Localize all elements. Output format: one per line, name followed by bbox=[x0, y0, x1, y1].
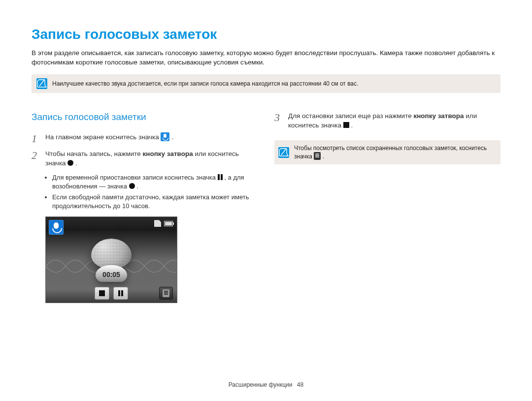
step-body: Чтобы начать запись, нажмите кнопку затв… bbox=[45, 150, 258, 168]
list-icon bbox=[163, 289, 169, 297]
stop-icon bbox=[343, 122, 349, 128]
note-info-icon bbox=[36, 78, 47, 89]
step-body: Для остановки записи еще раз нажмите кно… bbox=[288, 112, 500, 130]
record-icon bbox=[129, 183, 135, 189]
step-text: . bbox=[351, 122, 353, 129]
step-2: 2 Чтобы начать запись, нажмите кнопку за… bbox=[32, 150, 258, 168]
step-3: 3 Для остановки записи еще раз нажмите к… bbox=[274, 112, 500, 130]
page-footer: Расширенные функции 48 bbox=[0, 381, 532, 389]
page-title: Запись голосовых заметок bbox=[32, 25, 500, 44]
step-number: 3 bbox=[274, 112, 283, 130]
list-item: Для временной приостановки записи коснит… bbox=[52, 173, 258, 191]
document-page: Запись голосовых заметок В этом разделе … bbox=[0, 0, 532, 401]
footer-section: Расширенные функции bbox=[229, 381, 293, 388]
note-text: Наилучшее качество звука достигается, ес… bbox=[52, 80, 358, 88]
list-item: Если свободной памяти достаточно, каждая… bbox=[52, 193, 258, 211]
step-text: . bbox=[75, 159, 77, 167]
step-text: . bbox=[171, 133, 173, 141]
playback-controls bbox=[46, 287, 177, 300]
sd-card-icon bbox=[154, 220, 161, 227]
note-box-right: Чтобы посмотреть список сохраненных голо… bbox=[274, 140, 500, 165]
bullet-text: Для временной приостановки записи коснит… bbox=[52, 174, 218, 181]
step-2-bullets: Для временной приостановки записи коснит… bbox=[52, 173, 258, 211]
record-icon bbox=[67, 160, 73, 166]
note-text-part: . bbox=[323, 153, 324, 160]
stop-button[interactable] bbox=[95, 287, 109, 300]
two-column-layout: Запись голосовой заметки 1 На главном эк… bbox=[32, 111, 500, 303]
section-title: Запись голосовой заметки bbox=[32, 111, 258, 124]
pause-icon bbox=[118, 290, 123, 296]
status-icons bbox=[154, 220, 173, 227]
note-text: Чтобы посмотреть список сохраненных голо… bbox=[294, 144, 497, 161]
device-screenshot: 00:05 bbox=[45, 216, 177, 303]
step-text: Чтобы начать запись, нажмите bbox=[45, 150, 143, 157]
recordings-list-button[interactable] bbox=[159, 287, 173, 300]
microphone-app-icon bbox=[161, 132, 169, 141]
step-number: 1 bbox=[32, 133, 40, 145]
footer-page-number: 48 bbox=[297, 381, 303, 388]
step-1: 1 На главном экране коснитесь значка . bbox=[32, 133, 258, 145]
bullet-text: . bbox=[136, 183, 138, 190]
step-text-bold: кнопку затвора bbox=[143, 150, 193, 157]
note-box-top: Наилучшее качество звука достигается, ес… bbox=[32, 74, 500, 93]
intro-paragraph: В этом разделе описывается, как записать… bbox=[32, 49, 500, 67]
note-info-icon bbox=[278, 147, 289, 158]
battery-icon bbox=[164, 221, 173, 226]
step-text: Для остановки записи еще раз нажмите bbox=[288, 112, 413, 120]
step-number: 2 bbox=[32, 150, 40, 168]
microphone-app-icon bbox=[49, 220, 64, 235]
step-text-bold: кнопку затвора bbox=[413, 112, 464, 120]
step-body: На главном экране коснитесь значка . bbox=[45, 133, 258, 145]
pause-icon bbox=[218, 174, 223, 180]
left-column: Запись голосовой заметки 1 На главном эк… bbox=[32, 111, 258, 303]
right-column: 3 Для остановки записи еще раз нажмите к… bbox=[274, 111, 500, 303]
pause-button[interactable] bbox=[113, 287, 128, 300]
stop-icon bbox=[99, 290, 105, 296]
step-text: На главном экране коснитесь значка bbox=[45, 133, 161, 141]
recording-timer: 00:05 bbox=[102, 270, 120, 280]
list-icon bbox=[314, 152, 321, 160]
